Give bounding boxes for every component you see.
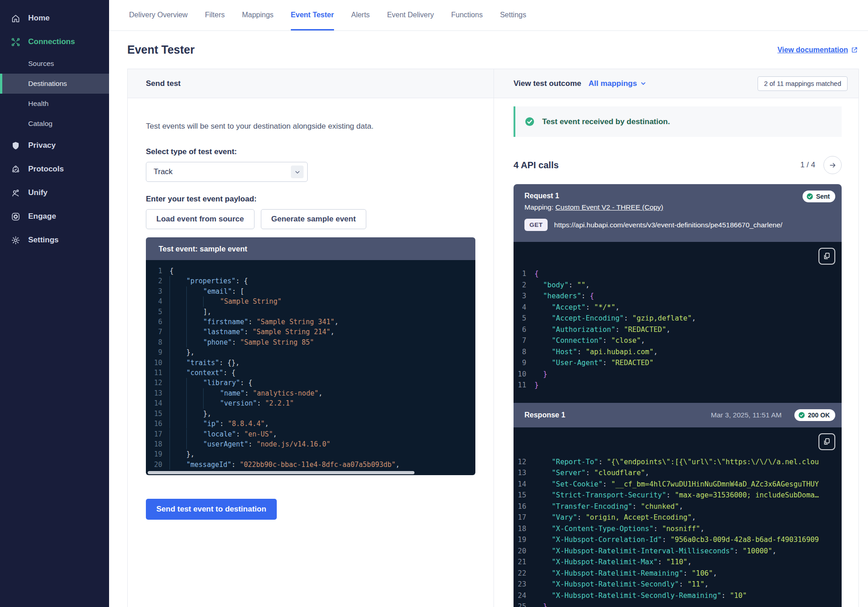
request-title: Request 1 [524, 192, 831, 200]
tab-alerts[interactable]: Alerts [351, 0, 370, 30]
code-line: 12"Report-To": "{\"endpoints\":[{\"url\"… [514, 457, 842, 468]
sidebar-item-health[interactable]: Health [0, 94, 109, 114]
sidebar-item-label: Settings [28, 236, 59, 245]
line-number: 11 [514, 380, 534, 391]
line-number: 16 [146, 419, 170, 429]
view-documentation-link[interactable]: View documentation [778, 46, 858, 54]
gear-icon [11, 236, 20, 245]
line-number: 4 [146, 296, 170, 306]
sidebar-item-unify[interactable]: Unify [0, 181, 109, 205]
code-line: 13"name": "analytics-node", [146, 388, 475, 398]
mappings-filter-dropdown[interactable]: All mappings [589, 79, 647, 88]
tab-event-delivery[interactable]: Event Delivery [387, 0, 434, 30]
sidebar-item-label: Privacy [28, 141, 56, 150]
line-number: 7 [146, 327, 170, 337]
line-number: 22 [514, 568, 534, 579]
code-line: 22"X-Hubspot-Ratelimit-Remaining": "106"… [514, 568, 842, 579]
next-api-call-button[interactable] [823, 156, 842, 174]
code-line: 5"Accept-Encoding": "gzip,deflate", [514, 313, 842, 324]
line-number: 18 [514, 523, 534, 535]
sidebar-item-connections[interactable]: Connections [0, 30, 109, 54]
copy-request-button[interactable] [818, 248, 835, 265]
code-line: 19}, [146, 449, 475, 459]
response-header: Response 1 Mar 3, 2025, 11:51 AM 200 OK [514, 403, 842, 427]
line-number: 6 [146, 317, 170, 327]
code-line: 10} [514, 369, 842, 380]
code-line: 12"library": { [146, 378, 475, 388]
sidebar-item-sources[interactable]: Sources [0, 54, 109, 74]
home-icon [11, 14, 20, 23]
test-outcome-panel: View test outcome All mappings 2 of 11 m… [494, 69, 858, 607]
scrollbar-thumb[interactable] [148, 471, 414, 474]
test-outcome-body: Test event received by destination. 4 AP… [494, 98, 858, 607]
check-circle-icon [798, 411, 805, 419]
request-sent-badge: Sent [803, 191, 835, 202]
external-link-icon [851, 46, 858, 54]
tab-functions[interactable]: Functions [451, 0, 483, 30]
line-number: 10 [146, 358, 170, 368]
sidebar-item-label: Home [28, 14, 50, 23]
sidebar-item-catalog[interactable]: Catalog [0, 114, 109, 134]
code-line: 6"Authorization": "REDACTED", [514, 324, 842, 336]
api-calls-title: 4 API calls [514, 160, 800, 171]
code-line: 16"ip": "8.8.4.4", [146, 419, 475, 429]
code-line: 8"phone": "Sample String 85" [146, 337, 475, 347]
payload-editor-title: Test event: sample event [159, 245, 247, 253]
code-line: 17"locale": "en-US", [146, 429, 475, 439]
load-event-from-source-button[interactable]: Load event from source [146, 209, 254, 229]
event-type-select[interactable]: Track [146, 162, 308, 182]
tab-settings[interactable]: Settings [500, 0, 526, 30]
sidebar-item-label: Destinations [28, 80, 67, 88]
sidebar-item-home[interactable]: Home [0, 6, 109, 30]
main-area: Delivery OverviewFiltersMappingsEvent Te… [109, 0, 868, 607]
line-number: 8 [514, 346, 534, 358]
code-line: 2"body": "", [514, 280, 842, 291]
line-number: 23 [514, 579, 534, 590]
editor-horizontal-scrollbar[interactable] [146, 470, 475, 475]
sidebar-item-label: Sources [28, 60, 54, 68]
line-number: 24 [514, 590, 534, 602]
tab-delivery-overview[interactable]: Delivery Overview [129, 0, 188, 30]
line-number: 18 [146, 439, 170, 449]
send-test-event-button[interactable]: Send test event to destination [146, 499, 277, 520]
line-number: 20 [146, 460, 170, 470]
code-line: 3"headers": { [514, 291, 842, 302]
copy-response-button[interactable] [818, 433, 835, 450]
event-type-value: Track [154, 167, 291, 176]
code-line: 3"email": [ [146, 286, 475, 296]
sidebar-item-label: Engage [28, 212, 56, 221]
sidebar-item-engage[interactable]: Engage [0, 205, 109, 228]
tab-event-tester[interactable]: Event Tester [291, 0, 334, 30]
sidebar-item-privacy[interactable]: Privacy [0, 134, 109, 157]
tab-filters[interactable]: Filters [205, 0, 225, 30]
response-status-badge: 200 OK [794, 409, 835, 421]
line-number: 13 [514, 467, 534, 479]
line-number: 12 [146, 378, 170, 388]
payload-editor-code[interactable]: 1{2"properties": {3"email": [4"Sample St… [146, 260, 475, 470]
tab-mappings[interactable]: Mappings [242, 0, 273, 30]
response-code-block: 12"Report-To": "{\"endpoints\":[{\"url\"… [514, 427, 842, 607]
payload-editor: Test event: sample event 1{2"properties"… [146, 237, 475, 475]
code-line: 9"User-Agent": "REDACTED" [514, 357, 842, 369]
api-calls-row: 4 API calls 1 / 4 [514, 156, 842, 174]
mapping-link[interactable]: Custom Event V2 - THREE (Copy) [555, 203, 663, 211]
arrow-right-icon [829, 161, 837, 169]
request-url: https://api.hubapi.com/events/v3/event-d… [554, 221, 782, 229]
sidebar-item-settings[interactable]: Settings [0, 228, 109, 252]
request-header: Request 1 Mapping: Custom Event V2 - THR… [514, 184, 842, 242]
generate-sample-event-button[interactable]: Generate sample event [261, 209, 366, 229]
code-line: 20"messageId": "022bb90c-bbac-11e4-8dfc-… [146, 460, 475, 470]
send-test-panel-header: Send test [128, 69, 494, 98]
sidebar-item-protocols[interactable]: Protocols [0, 157, 109, 181]
line-number: 20 [514, 546, 534, 557]
destination-tabbar: Delivery OverviewFiltersMappingsEvent Te… [109, 0, 868, 31]
engage-icon [11, 212, 20, 221]
line-number: 1 [514, 268, 534, 280]
code-line: 7"Connection": "close", [514, 335, 842, 346]
line-number: 12 [514, 457, 534, 468]
send-test-title: Send test [146, 79, 181, 88]
sidebar-item-label: Unify [28, 188, 48, 197]
line-number: 4 [514, 302, 534, 313]
line-number: 21 [514, 557, 534, 568]
sidebar-item-destinations[interactable]: Destinations [0, 74, 109, 94]
